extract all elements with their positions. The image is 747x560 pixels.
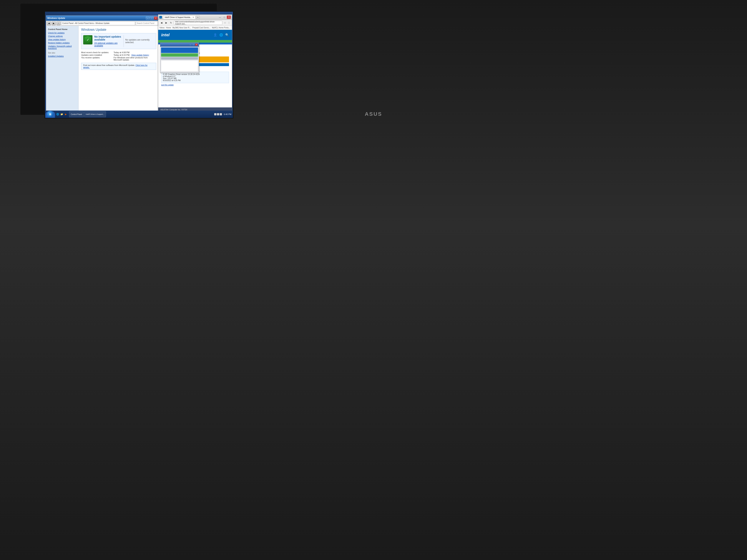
bookmark-star-icon[interactable]: ☆ (223, 21, 227, 25)
intel-nav-icons: 👤 🌐 🔍 (213, 33, 229, 37)
view-history-link[interactable]: View update history (46, 38, 78, 41)
taskbar-control-panel[interactable]: Control Panel (69, 111, 84, 117)
intel-driver-info: ® HD Graphics Driver version 15.28.24.42… (161, 72, 229, 83)
intel-page-content: intel 👤 🌐 🔍 t Assistant (158, 30, 232, 112)
intel-browser-window: i Intel® Driver & Support Assista... ✕ +… (158, 15, 232, 117)
view-history-inline-link[interactable]: View update history (131, 54, 149, 56)
shield-icon: ✓ (83, 35, 93, 45)
intel-toolbar: ◀ ▶ ↻ intel.com/content/www/us/en/suppor… (158, 20, 232, 26)
user-icon[interactable]: 👤 (213, 33, 217, 37)
screen-area: Windows Update — □ ✕ ◀ ▶ ↑ Control (45, 11, 233, 118)
sidebar-header[interactable]: Control Panel Home (46, 27, 78, 31)
tray-action-center-icon[interactable] (220, 113, 222, 115)
installed-updates-link[interactable]: Installed Updates (48, 54, 77, 58)
search-placeholder: Search Control Panel (137, 22, 154, 24)
main-title: Windows Update (81, 28, 156, 32)
driver-date: 8/16/2022 at 6:25 PM (163, 79, 227, 81)
taskbar: ⊞ 🌐 📁 ▶ Control Panel Intel® Driver & Su… (45, 111, 233, 118)
browser-maximize[interactable]: □ (222, 16, 226, 19)
system-clock[interactable]: 6:40 PM (224, 113, 231, 115)
bookmark-myrcl[interactable]: MyRCL Home Porta... (212, 27, 230, 29)
windows-update-titlebar[interactable]: Windows Update — □ ✕ (46, 16, 159, 21)
no-selection-text: No updates are currently selected. (124, 35, 154, 47)
dialog-maximize[interactable]: □ (192, 44, 195, 46)
windows-update-title: Windows Update (47, 17, 146, 20)
start-icon: ⊞ (49, 113, 51, 116)
forward-button[interactable]: ▶ (52, 21, 56, 25)
check-time-value: Today at 4:08 PM (113, 51, 156, 54)
bookmark-myjmg[interactable]: MyJMG New User R... (173, 27, 191, 29)
tray-network-icon[interactable] (214, 113, 216, 115)
quick-launch: 🌐 📁 ▶ (55, 112, 68, 116)
browser-forward[interactable]: ▶ (164, 21, 168, 25)
taskbar-cp-label: Control Panel (71, 113, 82, 115)
dialog-close[interactable]: ✕ (195, 44, 198, 46)
intel-tab[interactable]: Intel® Driver & Support Assista... ✕ (163, 16, 196, 19)
search-box[interactable]: Search Control Panel (136, 22, 158, 25)
address-bar-content[interactable]: Control Panel › All Control Panel Items … (61, 22, 135, 25)
browser-back[interactable]: ◀ (159, 21, 163, 25)
free-software-box: Find out more about free software from M… (81, 63, 156, 70)
explorer-icon[interactable]: 📁 (60, 112, 63, 116)
intel-window-controls: — □ ✕ (218, 16, 231, 19)
maximize-button[interactable]: □ (150, 17, 154, 20)
dialog-minimize[interactable]: — (189, 44, 192, 46)
driver-os: d Windows 8.1* (163, 75, 227, 77)
browser-minimize[interactable]: — (218, 16, 222, 19)
free-software-text: Find out more about free software from M… (83, 64, 135, 66)
tray-volume-icon[interactable] (217, 113, 219, 115)
intel-dialog-titlebar[interactable]: — □ ✕ (160, 43, 199, 47)
control-panel-sidebar: Control Panel Home Check for updates Cha… (46, 26, 79, 116)
intel-favicon: i (159, 16, 162, 19)
update-status-box: ✓ No important updates available 24 opti… (81, 33, 156, 49)
change-settings-link[interactable]: Change settings (46, 34, 78, 38)
installed-time-value: Today at 6:15 PM. View update history (113, 54, 156, 56)
adjust-update-link[interactable]: just this update (161, 84, 229, 86)
start-orb: ⊞ (47, 111, 54, 117)
tab-close-button[interactable]: ✕ (192, 16, 194, 18)
intel-dialog-controls: — □ ✕ (189, 44, 198, 46)
windows-update-window: Windows Update — □ ✕ ◀ ▶ ↑ Control (46, 16, 159, 116)
browser-close[interactable]: ✕ (227, 16, 231, 19)
minimize-button[interactable]: — (146, 17, 150, 20)
browser-settings-icon[interactable]: ⋮ (227, 21, 231, 25)
taskbar-intel-browser[interactable]: Intel® Driver & Support... (84, 111, 106, 117)
dialog-blue-bar (161, 47, 198, 53)
receive-label: You receive updates: (81, 56, 113, 61)
update-status-text: No important updates available 24 option… (94, 35, 122, 47)
url-text: intel.com/content/www/us/en/support/inte… (175, 21, 221, 25)
window-controls: — □ ✕ (146, 17, 158, 20)
taskbar-intel-label: Intel® Driver & Support... (86, 113, 104, 115)
browser-reload[interactable]: ↻ (169, 21, 173, 25)
back-button[interactable]: ◀ (47, 21, 51, 25)
url-bar[interactable]: intel.com/content/www/us/en/support/inte… (174, 21, 222, 25)
intel-logo: intel (161, 33, 170, 37)
model-text: ASUSTeK Computer Inc. VX7SX (160, 109, 187, 111)
check-time-row: Most recent check for updates: Today at … (81, 51, 156, 54)
check-updates-link[interactable]: Check for updates (46, 31, 78, 34)
search-icon[interactable]: 🔍 (225, 33, 229, 37)
new-tab-button[interactable]: + (196, 16, 200, 19)
up-button[interactable]: ↑ (56, 21, 60, 25)
optional-updates-link[interactable]: 24 optional updates are available (94, 42, 122, 47)
media-player-icon[interactable]: ▶ (64, 112, 68, 116)
installed-time-label: Updates were installed: (81, 54, 113, 56)
dialog-gray-bar (161, 57, 198, 60)
faq-link[interactable]: Updates: frequently asked questions (46, 45, 78, 50)
bookmark-yahoo[interactable]: Yahoo (159, 27, 164, 29)
screen-bezel: Windows Update — □ ✕ ◀ ▶ ↑ Control (20, 4, 217, 115)
start-button[interactable]: ⊞ (45, 111, 55, 118)
ie-icon[interactable]: 🌐 (56, 112, 59, 116)
close-button[interactable]: ✕ (154, 17, 158, 20)
bookmarks-bar: Yahoo Home MyJMG New User R... Prepaid C… (158, 26, 232, 30)
intel-titlebar[interactable]: i Intel® Driver & Support Assista... ✕ +… (158, 15, 232, 20)
window-content: Control Panel Home Check for updates Cha… (46, 26, 159, 116)
intel-dialog-content (160, 47, 199, 73)
bookmark-home[interactable]: Home (166, 27, 171, 29)
shield-inner: ✓ (84, 36, 91, 44)
globe-icon[interactable]: 🌐 (220, 33, 223, 37)
bookmark-prepaid[interactable]: Prepaid Card Servic... (192, 27, 210, 29)
restore-hidden-link[interactable]: Restore hidden updates (46, 41, 78, 45)
intel-dialog-overlay: — □ ✕ (160, 43, 199, 73)
intel-header: intel 👤 🌐 🔍 (158, 30, 232, 40)
